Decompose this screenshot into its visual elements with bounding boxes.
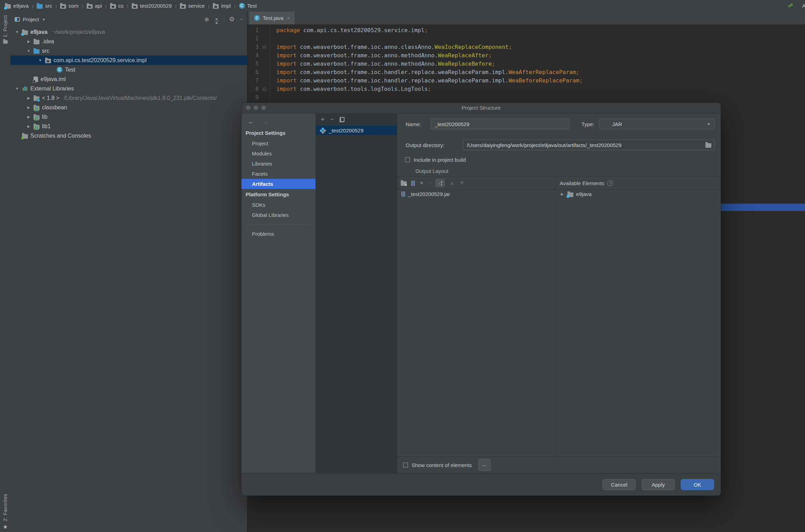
tree-arrow-right-icon[interactable]: ▶ (560, 192, 565, 196)
settings-sidebar: ← → Project SettingsProjectModulesLibrar… (241, 114, 316, 473)
tree-arrow-down-icon[interactable]: ▼ (15, 30, 20, 34)
copy-icon[interactable] (340, 117, 345, 122)
fold-marker-icon[interactable]: − (262, 87, 266, 91)
available-tree-item[interactable]: ▶e9java (556, 189, 721, 199)
back-arrow-icon[interactable]: ← (248, 118, 254, 125)
tree-item-com-api-cs-test20200529-service-impl[interactable]: ▼com.api.cs.test20200529.service.impl (10, 56, 247, 65)
project-tree: ▼e9java~/work/project/e9java▶.idea▼src▼c… (10, 27, 247, 532)
code-line: 8−import com.weaverboot.tools.logTools.L… (247, 85, 805, 93)
stripe-project-button[interactable]: 1: Project (0, 15, 10, 44)
output-tree-item[interactable]: _test20200529.jar (397, 189, 555, 199)
tree-item-e9java-iml[interactable]: e9java.iml (10, 74, 247, 84)
dialog-nav: ← → (241, 116, 316, 127)
tree-item--idea[interactable]: ▶.idea (10, 37, 247, 46)
line-number: 4 (247, 51, 259, 60)
close-icon[interactable]: × (287, 15, 290, 21)
sidebar-item-modules[interactable]: Modules (241, 148, 316, 159)
move-down-icon[interactable]: ▼ (459, 180, 465, 186)
show-content-checkbox[interactable] (403, 462, 408, 468)
forward-arrow-icon[interactable]: → (262, 118, 269, 125)
output-layout-tree-panel: +−↓az▲▼ _test20200529.jar (397, 177, 555, 457)
cancel-button[interactable]: Cancel (602, 479, 636, 490)
tree-item-test[interactable]: Test (10, 65, 247, 74)
ok-button[interactable]: OK (681, 479, 714, 490)
code-segment: ; (576, 69, 579, 75)
help-icon[interactable] (607, 180, 613, 186)
add-icon[interactable]: + (420, 180, 423, 186)
sidebar-item-facets[interactable]: Facets (241, 169, 316, 179)
gear-button[interactable]: ⚙ (229, 16, 235, 22)
remove-icon[interactable]: − (331, 117, 334, 122)
fold-marker-icon[interactable]: − (262, 45, 266, 49)
name-input[interactable] (431, 119, 569, 129)
breadcrumb-item-e9java[interactable]: e9java (5, 3, 29, 9)
breadcrumb-item-impl[interactable]: impl (213, 3, 231, 9)
tree-item-scratches-and-consoles[interactable]: Scratches and Consoles (10, 131, 247, 140)
tree-item-lib1[interactable]: ▶lib1 (10, 122, 247, 131)
tree-arrow-down-icon[interactable]: ▼ (15, 87, 20, 90)
sidebar-item-global-libraries[interactable]: Global Libraries (241, 210, 316, 220)
dialog-title: Project Structure (241, 103, 721, 113)
chevron-down-icon[interactable]: ▼ (42, 17, 46, 22)
gear-icon[interactable]: ⚙ (229, 16, 235, 23)
breadcrumb-item-cs[interactable]: cs (110, 3, 124, 9)
tree-item-lib[interactable]: ▶lib (10, 112, 247, 122)
line-number: 9 (247, 93, 259, 102)
breadcrumb-item-test20200529[interactable]: test20200529 (132, 3, 172, 9)
folder-pkg-icon (213, 4, 219, 9)
code-segment: ; (492, 60, 495, 67)
ellipsis-button[interactable]: ... (478, 459, 491, 471)
locate-icon[interactable]: ⊕ (204, 16, 209, 22)
locate-button[interactable]: ⊕ (204, 16, 209, 22)
sidebar-item-libraries[interactable]: Libraries (241, 159, 316, 169)
fold-column (259, 93, 270, 102)
code-segment: ; (425, 27, 428, 34)
hide-button[interactable]: − (240, 16, 243, 22)
tab-test-java[interactable]: Test.java × (249, 12, 295, 24)
project-view-selector[interactable]: Project (23, 16, 39, 22)
breadcrumb-item-api[interactable]: api (87, 3, 102, 9)
tree-arrow-right-icon[interactable]: ▶ (26, 115, 31, 119)
sidebar-item-artifacts[interactable]: Artifacts (241, 179, 316, 189)
output-layout-tree: _test20200529.jar (397, 189, 555, 199)
stripe-favorites-button[interactable]: 2: Favorites ★ (0, 494, 10, 530)
artifact-list-item[interactable]: _test20200529 (316, 126, 397, 135)
tree-arrow-down-icon[interactable]: ▼ (26, 49, 31, 53)
breadcrumb-item-src[interactable]: src (37, 3, 52, 9)
artifact-name: _test20200529 (329, 127, 363, 133)
remove-dis-icon[interactable]: − (428, 180, 431, 186)
tree-arrow-down-icon[interactable]: ▼ (38, 58, 43, 62)
include-in-build-checkbox[interactable] (405, 157, 410, 162)
tree-arrow-right-icon[interactable]: ▶ (26, 39, 31, 43)
breadcrumb-item-service[interactable]: service (180, 3, 205, 9)
collapse-all-button[interactable] (214, 15, 219, 24)
tree-item-classbean[interactable]: ▶classbean (10, 103, 247, 112)
sidebar-item-project[interactable]: Project (241, 138, 316, 148)
breadcrumb-item-com[interactable]: com (60, 3, 78, 9)
tree-item--1-8-[interactable]: ▶< 1.8 >/Library/Java/JavaVirtualMachine… (10, 93, 247, 103)
breadcrumb-item-Test[interactable]: Test (239, 3, 257, 9)
output-directory-input[interactable] (463, 142, 705, 148)
dialog-title-bar[interactable]: Project Structure (241, 103, 721, 114)
type-dropdown[interactable]: JAR ▼ (599, 119, 715, 129)
fold-column (259, 68, 270, 76)
apply-button[interactable]: Apply (641, 479, 675, 490)
breadcrumb-right: ✎ A (788, 0, 805, 12)
tree-item-src[interactable]: ▼src (10, 46, 247, 56)
output-directory-label: Output directory: (406, 142, 459, 148)
browse-folder-icon[interactable] (705, 143, 711, 148)
move-up-icon[interactable]: ▲ (449, 180, 455, 186)
tree-arrow-right-icon[interactable]: ▶ (26, 96, 31, 100)
sort-icon: ↓az (436, 179, 444, 187)
tree-arrow-right-icon[interactable]: ▶ (26, 105, 31, 109)
tree-item-e9java[interactable]: ▼e9java~/work/project/e9java (10, 27, 247, 37)
breadcrumb-separator: › (82, 1, 84, 11)
folder-pkg-icon (87, 4, 93, 9)
add-icon[interactable]: + (321, 117, 325, 122)
sidebar-item-problems[interactable]: Problems (241, 229, 316, 239)
class-icon (254, 15, 260, 21)
tree-item-external-libraries[interactable]: ▼External Libraries (10, 84, 247, 93)
sidebar-item-sdks[interactable]: SDKs (241, 200, 316, 210)
fold-column (259, 35, 270, 43)
tree-arrow-right-icon[interactable]: ▶ (26, 124, 31, 128)
